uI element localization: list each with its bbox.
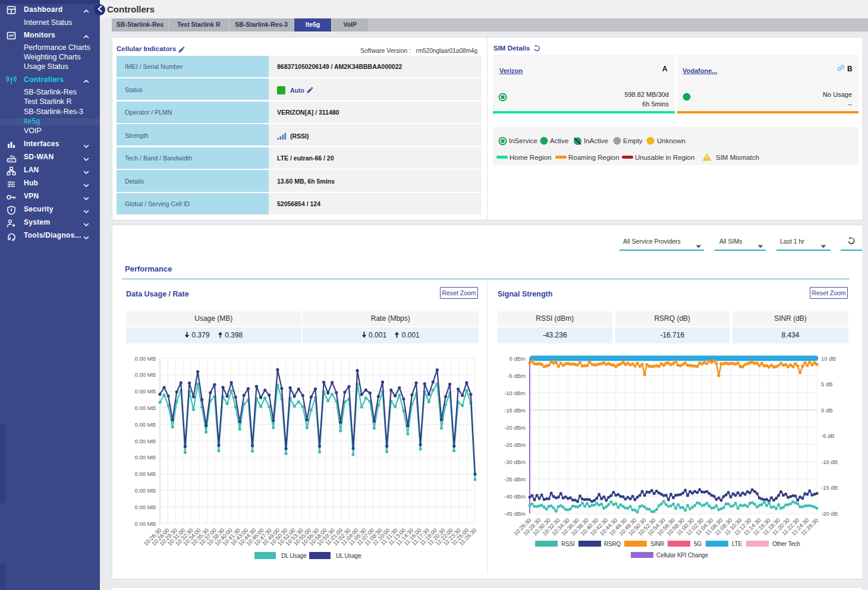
svg-text:0.00 MB: 0.00 MB — [135, 438, 156, 444]
svg-text:10 dB: 10 dB — [821, 355, 836, 362]
svg-text:RSSI: RSSI — [561, 541, 575, 547]
svg-text:-20 dBm: -20 dBm — [504, 424, 526, 431]
svg-text:Other Tech: Other Tech — [772, 541, 800, 547]
svg-text:DL Usage: DL Usage — [281, 553, 307, 559]
svg-text:0.00 MB: 0.00 MB — [135, 471, 156, 477]
svg-text:-30 dBm: -30 dBm — [504, 459, 526, 465]
svg-text:0.00 MB: 0.00 MB — [135, 454, 156, 460]
svg-text:0 dB: 0 dB — [821, 407, 833, 414]
svg-text:0.00 MB: 0.00 MB — [135, 355, 156, 362]
svg-text:0.00 MB: 0.00 MB — [135, 504, 156, 510]
svg-text:Cellular KPI Change: Cellular KPI Change — [656, 552, 708, 559]
svg-text:5 dB: 5 dB — [821, 381, 833, 387]
svg-text:-15 dBm: -15 dBm — [504, 407, 526, 414]
svg-text:0.00 MB: 0.00 MB — [135, 421, 156, 428]
svg-text:0.00 MB: 0.00 MB — [135, 487, 156, 494]
svg-text:-5 dBm: -5 dBm — [507, 373, 526, 379]
svg-text:-5 dB: -5 dB — [821, 433, 835, 439]
svg-text:-20 dB: -20 dB — [821, 510, 838, 517]
svg-text:SINR: SINR — [650, 541, 664, 547]
svg-text:UL Usage: UL Usage — [336, 553, 361, 559]
svg-text:-45 dBm: -45 dBm — [504, 510, 526, 517]
svg-text:-10 dB: -10 dB — [821, 459, 838, 465]
svg-text:0.00 MB: 0.00 MB — [135, 520, 156, 527]
svg-text:0 dBm: 0 dBm — [510, 355, 526, 362]
svg-text:-35 dBm: -35 dBm — [504, 476, 526, 482]
svg-text:-15 dB: -15 dB — [821, 484, 838, 491]
svg-text:-40 dBm: -40 dBm — [504, 493, 526, 500]
svg-text:5G: 5G — [694, 541, 702, 547]
svg-text:-10 dBm: -10 dBm — [504, 390, 526, 396]
svg-text:0.00 MB: 0.00 MB — [135, 405, 156, 411]
svg-text:-25 dBm: -25 dBm — [504, 441, 526, 448]
svg-text:RSRQ: RSRQ — [604, 541, 621, 547]
svg-text:0.00 MB: 0.00 MB — [135, 371, 156, 378]
svg-text:LTE: LTE — [732, 541, 743, 547]
svg-text:0.00 MB: 0.00 MB — [135, 388, 156, 395]
